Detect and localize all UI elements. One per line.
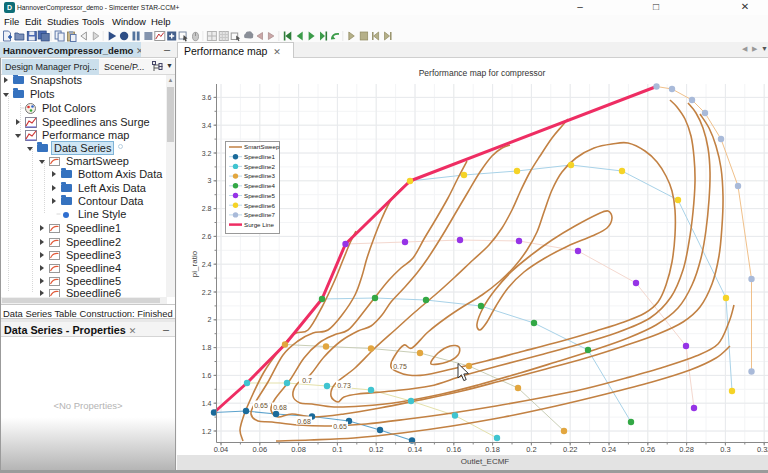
svg-text:Performance map for compressor: Performance map for compressor: [419, 68, 546, 78]
svg-text:0.16: 0.16: [446, 445, 461, 454]
svg-text:0.04: 0.04: [214, 445, 229, 454]
svg-text:0.24: 0.24: [602, 445, 617, 454]
svg-text:pi_ratio: pi_ratio: [190, 250, 199, 277]
svg-text:3.4: 3.4: [202, 122, 212, 129]
svg-text:3.2: 3.2: [202, 150, 212, 157]
svg-text:0.26: 0.26: [640, 445, 655, 454]
svg-text:2.6: 2.6: [202, 233, 212, 240]
svg-text:Speedline3: Speedline3: [244, 172, 276, 179]
svg-text:3.6: 3.6: [202, 94, 212, 101]
svg-text:Speedline6: Speedline6: [244, 202, 276, 209]
svg-text:2.4: 2.4: [202, 261, 212, 268]
svg-text:0.68: 0.68: [273, 404, 287, 411]
svg-text:0.68: 0.68: [297, 418, 311, 425]
svg-text:Speedline1: Speedline1: [244, 153, 276, 160]
svg-text:0.22: 0.22: [563, 445, 578, 454]
svg-text:3: 3: [208, 177, 212, 184]
svg-text:0.28: 0.28: [679, 445, 694, 454]
svg-text:Outlet_ECMF: Outlet_ECMF: [461, 457, 510, 466]
svg-text:2.2: 2.2: [202, 289, 212, 296]
svg-text:2.8: 2.8: [202, 205, 212, 212]
svg-text:0.32: 0.32: [757, 445, 768, 454]
svg-text:0.14: 0.14: [408, 445, 423, 454]
svg-text:0.06: 0.06: [252, 445, 267, 454]
svg-text:0.75: 0.75: [393, 363, 407, 370]
svg-text:0.73: 0.73: [337, 382, 351, 389]
svg-text:Speedline5: Speedline5: [244, 192, 276, 199]
svg-text:0.18: 0.18: [485, 445, 500, 454]
svg-text:0.2: 0.2: [526, 445, 536, 454]
svg-text:Speedline7: Speedline7: [244, 211, 276, 218]
svg-text:0.7: 0.7: [302, 377, 312, 384]
svg-text:1.8: 1.8: [202, 344, 212, 351]
svg-text:1.4: 1.4: [202, 400, 212, 407]
svg-text:Surge Line: Surge Line: [244, 221, 274, 228]
svg-text:0.65: 0.65: [333, 423, 347, 430]
svg-text:SmartSweep: SmartSweep: [244, 143, 280, 150]
svg-text:0.1: 0.1: [332, 445, 342, 454]
svg-text:0.08: 0.08: [291, 445, 306, 454]
svg-text:0.3: 0.3: [720, 445, 730, 454]
svg-text:0.65: 0.65: [254, 402, 268, 409]
svg-text:1.6: 1.6: [202, 372, 212, 379]
svg-text:Speedline4: Speedline4: [244, 182, 276, 189]
svg-text:0.12: 0.12: [369, 445, 384, 454]
svg-text:1.2: 1.2: [202, 428, 212, 435]
svg-text:2: 2: [208, 316, 212, 323]
svg-text:Speedline2: Speedline2: [244, 163, 276, 170]
